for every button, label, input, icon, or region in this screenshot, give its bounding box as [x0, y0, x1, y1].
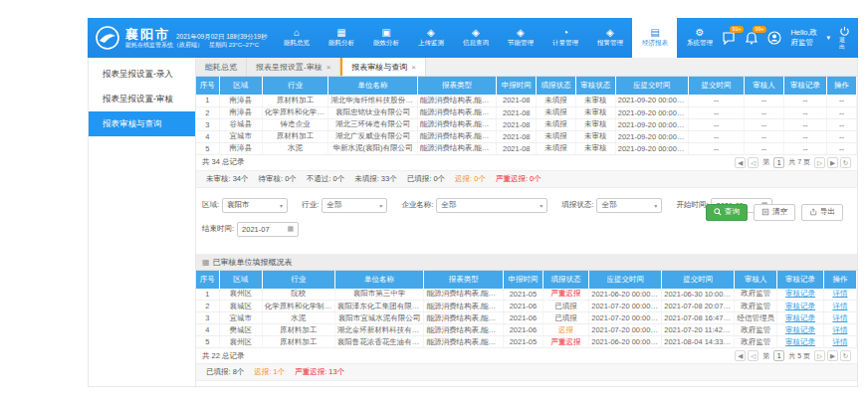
tab-report-setting-audit[interactable]: 报表呈报设置-审核×: [247, 58, 340, 76]
column-header: 操作: [823, 271, 856, 289]
app-subtitle: 能耗在线监管系统（政府端）: [125, 42, 203, 49]
table-cell: 未审核: [575, 95, 615, 106]
reviewed-reports-table: 序号区域行业单位名称报表类型申报时间填报状态应提交时间提交时间审核人审核记录操作…: [196, 271, 857, 349]
clear-button[interactable]: 清空: [754, 204, 795, 221]
next-page-button[interactable]: ▷: [814, 157, 825, 168]
header-right: 99+ 99+ Hello,政府监管 ▾ 退出: [722, 18, 858, 58]
nav-item-energy-overview[interactable]: ⌂能耗总览: [274, 18, 319, 58]
table-cell: 能源消费结构表,能效指标...: [417, 106, 497, 118]
shield-icon: ◈: [606, 28, 614, 38]
cell-link[interactable]: 详情: [832, 337, 847, 346]
filter-label: 行业:: [302, 200, 319, 210]
prev-page-button[interactable]: ◁: [748, 157, 759, 168]
industry-filter: 行业: 全部 ▾: [302, 198, 387, 213]
nav-item-upload-monitor[interactable]: ◈上传监测: [408, 18, 453, 58]
table-cell: 经信管理员: [735, 312, 777, 324]
logout-button[interactable]: 退出: [839, 26, 850, 50]
search-button[interactable]: 查询: [706, 204, 748, 221]
nav-item-label: 节能管理: [508, 39, 534, 48]
refresh-icon[interactable]: ↻: [840, 157, 851, 168]
export-button[interactable]: 导出: [801, 204, 843, 221]
search-button-label: 查询: [725, 207, 740, 217]
region-select[interactable]: 襄阳市 ▾: [222, 198, 288, 213]
nav-item-label: 报警管理: [597, 39, 623, 48]
table-cell: 能源消费结构表,能效指标...: [417, 142, 497, 154]
last-page-button[interactable]: ▶: [827, 157, 838, 168]
nav-item-energy-analysis[interactable]: ▦能耗分析: [319, 18, 363, 58]
nav-item-metering[interactable]: ◔计量管理: [542, 18, 587, 58]
table-cell: 谷城县: [219, 118, 262, 130]
nav-item-efficiency-analysis[interactable]: ▣能效分析: [363, 18, 408, 58]
sidebar-item-2[interactable]: 报表呈报设置-审核: [89, 87, 195, 111]
nav-item-alarm[interactable]: ◈报警管理: [587, 18, 632, 58]
nav-item-label: 经济报表: [642, 39, 668, 48]
table-cell: 5: [196, 336, 219, 348]
current-page-input[interactable]: 1: [773, 350, 784, 361]
table-cell: 水泥: [262, 312, 334, 324]
cell-link[interactable]: 详情: [832, 289, 847, 298]
gear-icon: ⚙: [695, 28, 704, 38]
date-value: 2021-07: [242, 225, 270, 234]
cell-link[interactable]: 详情: [832, 302, 847, 310]
table-cell: --: [688, 142, 744, 154]
cell-link[interactable]: 详情: [832, 313, 847, 322]
first-page-button[interactable]: ◀: [735, 350, 746, 361]
current-page-input[interactable]: 1: [773, 157, 784, 168]
cell-link[interactable]: 审核记录: [785, 289, 815, 298]
table-cell: --: [827, 95, 857, 106]
tab-energy-overview[interactable]: 能耗总览: [196, 58, 247, 76]
calendar-icon: ▦: [287, 225, 294, 233]
table-cell: 能源消费结构表,能效指标...: [417, 130, 497, 142]
nav-item-energy-saving[interactable]: ◈节能管理: [498, 18, 542, 58]
cell-link[interactable]: 审核记录: [785, 325, 815, 334]
table-row: 4樊城区原材料加工湖北金环新材料科技有限公司能源消费结构表,能效指标情...20…: [196, 324, 857, 336]
column-header: 操作: [827, 77, 857, 95]
nav-item-system[interactable]: ⚙系统管理: [677, 18, 722, 58]
table-cell: 4: [196, 324, 219, 336]
tab-report-audit-query[interactable]: 报表审核与查询×: [340, 58, 426, 76]
fill-status-select[interactable]: 全部 ▾: [596, 198, 662, 213]
end-time-filter: 结束时间: 2021-07 ▦: [202, 222, 299, 237]
table-cell: 2021-08: [497, 106, 537, 118]
cell-link[interactable]: 审核记录: [785, 302, 815, 310]
end-time-input[interactable]: 2021-07 ▦: [237, 222, 299, 237]
message-icon[interactable]: 99+: [722, 31, 736, 45]
sidebar-item-3[interactable]: 报表审核与查询: [89, 111, 195, 136]
user-menu[interactable]: Hello,政府监管 ▾: [790, 28, 830, 48]
table-cell: --: [688, 118, 744, 130]
close-icon[interactable]: ×: [411, 63, 416, 72]
refresh-icon[interactable]: ↻: [840, 350, 851, 361]
pagination: ◀ ◁ 第 1 共 5 页 ▷ ▶ ↻: [735, 350, 851, 361]
column-header: 报表类型: [424, 271, 504, 289]
column-header: 应提交时间: [615, 77, 688, 95]
table-cell: 2021-06: [504, 312, 543, 324]
prev-page-button[interactable]: ◁: [748, 350, 759, 361]
alert-bell-icon[interactable]: 99+: [745, 31, 759, 45]
next-page-button[interactable]: ▷: [814, 350, 825, 361]
table-cell: 南漳县: [219, 106, 262, 118]
table-cell: 详情: [823, 301, 856, 312]
table-cell: 3: [196, 312, 219, 324]
sidebar-item-1[interactable]: 报表呈报设置-录入: [89, 62, 195, 87]
table-cell: 华新水泥(襄阳)有限公司: [328, 142, 418, 154]
table-cell: 2021-06-20 00:00:00: [589, 336, 662, 348]
company-select[interactable]: 全部 ▾: [436, 198, 547, 213]
table-cell: 2021-07-08 20:07:58: [662, 301, 735, 312]
nav-item-info-query[interactable]: ◈信息查询: [453, 18, 498, 58]
industry-select[interactable]: 全部 ▾: [322, 198, 387, 213]
filter-label: 开始时间:: [676, 200, 708, 210]
table-cell: 襄阳忠铭钛业有限公司: [328, 106, 418, 118]
meter-icon: ◔: [562, 28, 568, 38]
last-page-button[interactable]: ▶: [827, 350, 838, 361]
first-page-button[interactable]: ◀: [735, 157, 746, 168]
close-icon[interactable]: ×: [326, 63, 331, 72]
table-cell: 宜城市: [219, 312, 262, 324]
cell-link[interactable]: 审核记录: [785, 337, 815, 346]
cell-link[interactable]: 审核记录: [785, 313, 815, 322]
cell-link[interactable]: 详情: [832, 325, 847, 334]
nav-item-label: 计量管理: [552, 39, 578, 48]
nav-item-economic-report[interactable]: ▤经济报表: [632, 18, 677, 58]
user-avatar-icon[interactable]: [767, 31, 781, 45]
table-cell: 2021-08: [497, 142, 537, 154]
table-cell: 未填报: [537, 118, 576, 130]
